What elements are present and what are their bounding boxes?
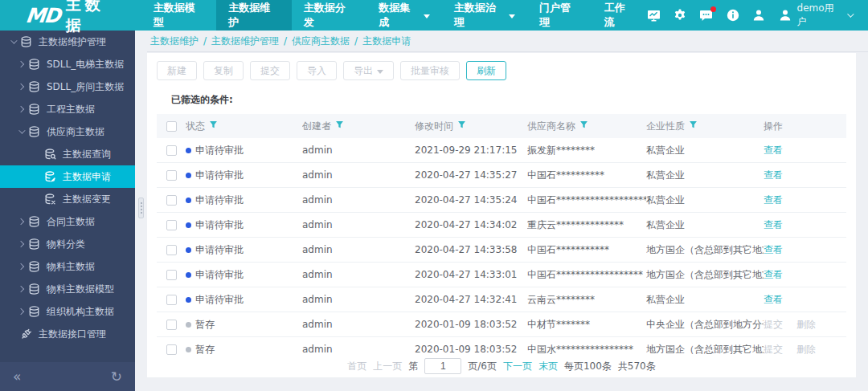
- sidebar-item-主数据申请[interactable]: 主数据申请: [0, 165, 135, 188]
- modified-time-cell-text: 2020-04-27 14:35:27: [415, 169, 517, 181]
- chevron-down-icon: [424, 14, 430, 18]
- sidebar-item-SDLL_房间主数据[interactable]: SDLL_房间主数据: [0, 75, 135, 98]
- nav-tab-主数据维护[interactable]: 主数据维护: [216, 0, 292, 31]
- 查看-link[interactable]: 查看: [764, 169, 783, 182]
- breadcrumb-item[interactable]: 主数据申请: [362, 35, 411, 48]
- 删除-link[interactable]: 删除: [796, 318, 816, 332]
- 新建-button[interactable]: 新建: [157, 61, 197, 80]
- pagination-page-size: 每页100条: [564, 360, 612, 373]
- column-header-状态: 状态: [186, 120, 302, 133]
- 查看-link[interactable]: 查看: [764, 243, 783, 257]
- 查看-link[interactable]: 查看: [764, 293, 783, 307]
- 查看-link[interactable]: 查看: [764, 144, 783, 157]
- sidebar-item-label: 组织机构主数据: [47, 305, 114, 319]
- row-checkbox[interactable]: [166, 295, 177, 305]
- 提交-button[interactable]: 提交: [250, 61, 290, 80]
- nav-tab-主数据模型[interactable]: 主数据模型: [141, 0, 217, 31]
- 导入-button[interactable]: 导入: [297, 61, 337, 80]
- select-all-checkbox[interactable]: [166, 121, 177, 132]
- row-checkbox[interactable]: [166, 195, 177, 206]
- pagination-prev[interactable]: 上一页: [373, 360, 402, 373]
- nav-tab-主数据分发[interactable]: 主数据分发: [292, 0, 367, 31]
- messages-icon[interactable]: [699, 8, 714, 22]
- row-checkbox[interactable]: [166, 245, 177, 255]
- sidebar-item-供应商主数据[interactable]: 供应商主数据: [0, 120, 135, 143]
- row-checkbox-cell: [157, 170, 186, 181]
- sidebar-item-SDLL_电梯主数据[interactable]: SDLL_电梯主数据: [0, 53, 135, 75]
- table-row: 申请待审批admin2020-04-27 14:33:01中国石********…: [157, 263, 846, 287]
- sidebar-item-物料主数据模型[interactable]: 物料主数据模型: [0, 278, 135, 300]
- filter-funnel-icon[interactable]: [579, 120, 588, 132]
- status-cell: 申请待审批: [186, 144, 302, 157]
- modified-time-cell: 2021-09-29 21:17:15: [415, 145, 527, 156]
- 导出-button[interactable]: 导出: [343, 61, 394, 80]
- user-menu[interactable]: demo用户: [778, 2, 852, 29]
- status-text: 暂存: [195, 318, 215, 332]
- sidebar-item-主数据变更[interactable]: 主数据变更: [0, 188, 135, 210]
- 查看-link[interactable]: 查看: [764, 268, 783, 282]
- info-icon[interactable]: [726, 8, 740, 22]
- button-label: 复制: [214, 64, 233, 78]
- settings-gear-icon[interactable]: [674, 8, 688, 22]
- nav-tab-label: 主数据分发: [304, 1, 355, 30]
- sidebar-item-物料分类[interactable]: 物料分类: [0, 233, 135, 255]
- row-checkbox[interactable]: [166, 170, 177, 181]
- header-checkbox-cell: [157, 121, 186, 132]
- supplier-name-cell-text: 中国石******************: [527, 268, 643, 282]
- sidebar-item-主数据接口管理[interactable]: 主数据接口管理: [0, 323, 135, 345]
- sidebar-item-合同主数据[interactable]: 合同主数据: [0, 210, 135, 233]
- status-dot: [186, 297, 191, 303]
- pagination-first[interactable]: 首页: [347, 360, 366, 373]
- splitter-grip-handle[interactable]: [138, 198, 144, 218]
- 查看-link[interactable]: 查看: [764, 193, 783, 207]
- chevron-down-icon: [10, 37, 17, 43]
- database-icon: [28, 81, 40, 93]
- pagination-page-prefix: 第: [408, 360, 418, 373]
- modified-time-cell-text: 2020-01-09 18:03:52: [415, 344, 517, 355]
- 查看-link[interactable]: 查看: [764, 218, 783, 232]
- sidebar-collapse-icon[interactable]: «: [13, 369, 21, 385]
- sidebar-item-物料主数据[interactable]: 物料主数据: [0, 255, 135, 278]
- sidebar-item-label: 主数据查询: [63, 148, 111, 161]
- 批量审核-button[interactable]: 批量审核: [400, 61, 460, 80]
- filter-funnel-icon[interactable]: [335, 120, 344, 132]
- nav-tab-主数据治理[interactable]: 主数据治理: [442, 0, 527, 31]
- pagination-last[interactable]: 末页: [538, 360, 558, 373]
- actions-cell: 提交删除: [764, 318, 846, 332]
- enterprise-nature-cell: 地方国企（含总部到其它地方: [646, 343, 764, 356]
- sidebar-item-主数据查询[interactable]: 主数据查询: [0, 143, 135, 165]
- row-checkbox[interactable]: [166, 145, 177, 156]
- chevron-right-icon: [18, 241, 24, 247]
- row-checkbox[interactable]: [166, 344, 177, 355]
- sidebar-item-组织机构主数据[interactable]: 组织机构主数据: [0, 300, 135, 323]
- 复制-button[interactable]: 复制: [203, 61, 244, 80]
- dashboard-icon[interactable]: [647, 8, 661, 22]
- user-icon[interactable]: [751, 8, 766, 22]
- breadcrumb-item[interactable]: 主数据维护: [150, 35, 199, 48]
- modified-time-cell-text: 2020-04-27 14:33:58: [415, 244, 517, 255]
- status-cell: 申请待审批: [186, 243, 302, 257]
- filter-funnel-icon[interactable]: [457, 120, 466, 132]
- 提交-link[interactable]: 提交: [764, 318, 783, 332]
- row-checkbox[interactable]: [166, 270, 177, 280]
- modified-time-cell-text: 2020-04-27 14:34:02: [415, 219, 517, 230]
- row-checkbox-cell: [157, 344, 186, 355]
- sidebar-item-工程主数据[interactable]: 工程主数据: [0, 98, 135, 120]
- database-icon: [28, 104, 40, 116]
- pagination-next[interactable]: 下一页: [503, 360, 532, 373]
- nav-tab-工作流[interactable]: 工作流: [592, 0, 647, 31]
- row-checkbox[interactable]: [166, 220, 177, 230]
- 删除-link[interactable]: 删除: [796, 343, 816, 356]
- sidebar-refresh-icon[interactable]: ↻: [111, 369, 122, 385]
- breadcrumb-item[interactable]: 主数据维护管理: [211, 35, 279, 48]
- nav-tab-门户管理[interactable]: 门户管理: [527, 0, 592, 31]
- breadcrumb-item[interactable]: 供应商主数据: [292, 35, 350, 48]
- filter-funnel-icon[interactable]: [689, 120, 698, 132]
- pagination-page-input[interactable]: [424, 358, 461, 374]
- filter-funnel-icon[interactable]: [209, 120, 218, 132]
- row-checkbox[interactable]: [166, 320, 177, 330]
- 刷新-button[interactable]: 刷新: [466, 61, 506, 80]
- 提交-link[interactable]: 提交: [764, 343, 783, 356]
- nav-tab-数据集成[interactable]: 数据集成: [366, 0, 442, 31]
- chevron-right-icon: [18, 308, 24, 315]
